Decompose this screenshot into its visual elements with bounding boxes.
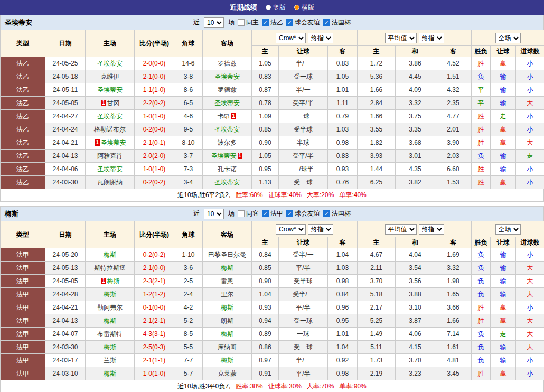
euro-odds-cell-2: 1.53: [435, 176, 472, 189]
result-group: 全场: [472, 30, 544, 46]
filter-checkbox-0[interactable]: 同主: [238, 18, 259, 27]
team-link[interactable]: 1圣埃蒂安: [94, 139, 126, 146]
team-link[interactable]: 1梅斯: [100, 277, 120, 285]
filter-checkbox-2[interactable]: ✓球会友谊: [286, 209, 320, 218]
checkbox-icon[interactable]: ✓: [262, 19, 269, 26]
score-cell: 1-1(1-0): [135, 83, 174, 97]
match-count-select[interactable]: 10: [204, 17, 224, 28]
match-row: 法乙24-05-051甘冈2-2(0-2)6-5圣埃蒂安0.78受平/半1.11…: [1, 97, 544, 110]
league-cell: 法乙: [1, 57, 45, 70]
result-scope-select[interactable]: 全场: [495, 33, 521, 43]
team-link[interactable]: 勒阿弗尔: [97, 304, 123, 311]
team-link[interactable]: 斯特拉斯堡: [94, 264, 126, 272]
checkbox-icon[interactable]: ✓: [286, 19, 293, 26]
team-link[interactable]: 孔卡诺: [218, 165, 237, 173]
filter-checkbox-1[interactable]: ✓法甲: [262, 209, 283, 218]
filter-checkbox-3[interactable]: ✓法国杯: [323, 18, 351, 27]
layout-option-horizontal[interactable]: 横版: [294, 3, 314, 12]
team-link[interactable]: 兰斯: [104, 357, 116, 364]
euro-period-select[interactable]: 终指: [419, 33, 444, 43]
checkbox-icon[interactable]: ✓: [286, 210, 293, 217]
asia-period-select[interactable]: 终指: [308, 33, 333, 43]
home-team-cell: 克维伊: [86, 70, 135, 83]
home-team-cell: 梅斯: [86, 341, 135, 354]
subcol-3: 主: [358, 46, 396, 57]
team-link[interactable]: 圣埃蒂安: [214, 99, 240, 107]
odds-company-select[interactable]: Crow*: [276, 33, 306, 43]
match-count-select[interactable]: 10: [204, 209, 224, 219]
filter-checkbox-3[interactable]: ✓法国杯: [323, 209, 351, 218]
team-link[interactable]: 布雷斯特: [97, 330, 123, 338]
euro-company-select[interactable]: 平均值: [385, 224, 417, 235]
checkbox-icon[interactable]: [238, 19, 245, 26]
layout-option-vertical[interactable]: 竖版: [266, 3, 286, 12]
home-team-cell: 阿雅克肖: [86, 150, 135, 163]
odds-company-select[interactable]: Crow*: [276, 224, 306, 235]
team-link[interactable]: 梅斯: [104, 317, 116, 324]
team-link[interactable]: 梅斯: [221, 330, 233, 338]
summary-stat-3: 单率:40%: [339, 191, 366, 200]
team-link[interactable]: 圣埃蒂安: [214, 179, 240, 186]
team-link[interactable]: 圣埃蒂安: [97, 165, 123, 173]
euro-period-select[interactable]: 终指: [419, 224, 444, 235]
team-link[interactable]: 朗斯: [221, 317, 233, 324]
result-cell-2: 大: [516, 341, 544, 354]
team-link[interactable]: 圣埃蒂安: [97, 113, 123, 120]
asia-odds-cell-0: 0.85: [252, 123, 279, 136]
filter-checkbox-2[interactable]: ✓球会友谊: [286, 18, 320, 27]
team-link[interactable]: 圣埃蒂安: [214, 73, 240, 80]
team-link[interactable]: 瓦朗谢纳: [97, 179, 123, 186]
team-link[interactable]: 格勒诺布尔: [94, 126, 126, 133]
team-link[interactable]: 卡昂1: [218, 113, 237, 120]
checkbox-icon[interactable]: ✓: [323, 210, 330, 217]
team-link[interactable]: 圣埃蒂安: [97, 60, 123, 67]
summary-record: 近10场,胜6平2负2,: [177, 191, 230, 200]
team-link[interactable]: 克维伊: [100, 73, 119, 80]
team-link[interactable]: 阿雅克肖: [97, 152, 123, 160]
team-link[interactable]: 圣埃蒂安1: [211, 152, 243, 160]
result-cell-0: 胜: [472, 301, 491, 314]
team-link[interactable]: 里尔: [221, 291, 233, 298]
asia-odds-cell-0: 0.91: [252, 367, 279, 380]
radio-horizontal-icon[interactable]: [294, 5, 299, 10]
team-link[interactable]: 克莱蒙: [218, 370, 237, 377]
euro-odds-cell-0: 5.36: [358, 70, 396, 83]
team-link[interactable]: 巴黎圣日尔曼: [208, 251, 246, 258]
home-team-cell: 瓦朗谢纳: [86, 176, 135, 189]
team-link[interactable]: 梅斯: [104, 291, 116, 298]
team-link[interactable]: 雷恩: [221, 277, 233, 285]
team-link[interactable]: 摩纳哥: [218, 343, 237, 351]
asia-odds-cell-2: 1.01: [328, 83, 358, 97]
team-link[interactable]: 梅斯: [221, 357, 233, 364]
euro-company-select[interactable]: 平均值: [385, 33, 417, 43]
away-team-cell: 圣埃蒂安1: [203, 150, 252, 163]
match-row: 法乙24-05-18克维伊2-1(0-0)3-8圣埃蒂安0.83受一球1.055…: [1, 70, 544, 83]
match-row: 法乙24-04-27圣埃蒂安1-0(1-0)4-6卡昂11.09一球0.791.…: [1, 110, 544, 123]
team-link[interactable]: 波尔多: [218, 139, 237, 146]
team-link[interactable]: 梅斯: [221, 264, 233, 272]
filter-checkbox-0[interactable]: 同客: [238, 209, 259, 218]
team-link[interactable]: 圣埃蒂安: [97, 86, 123, 94]
team-link[interactable]: 梅斯: [104, 251, 116, 258]
radio-vertical-icon[interactable]: [266, 5, 271, 10]
league-cell: 法甲: [1, 328, 45, 341]
checkbox-icon[interactable]: ✓: [262, 210, 269, 217]
asia-period-select[interactable]: 终指: [308, 224, 333, 235]
section-team-name: 梅斯: [1, 209, 18, 219]
team-link[interactable]: 罗德兹: [218, 86, 237, 94]
checkbox-icon[interactable]: ✓: [323, 19, 330, 26]
checkbox-icon[interactable]: [238, 210, 245, 217]
team-link[interactable]: 梅斯: [221, 304, 233, 311]
team-link[interactable]: 罗德兹: [218, 60, 237, 67]
euro-odds-cell-1: 3.23: [396, 367, 435, 380]
team-link[interactable]: 圣埃蒂安: [214, 126, 240, 133]
team-link[interactable]: 梅斯: [104, 370, 116, 377]
match-row: 法甲24-05-20梅斯0-2(0-2)1-10巴黎圣日尔曼0.84受半/一1.…: [1, 248, 544, 262]
filter-label: 同主: [246, 18, 259, 27]
asia-odds-cell-0: 1.13: [252, 176, 279, 189]
filter-checkbox-1[interactable]: ✓法乙: [262, 18, 283, 27]
result-cell-0: 负: [472, 328, 491, 341]
team-link[interactable]: 梅斯: [104, 343, 116, 351]
result-scope-select[interactable]: 全场: [495, 224, 521, 235]
team-link[interactable]: 1甘冈: [100, 99, 120, 107]
